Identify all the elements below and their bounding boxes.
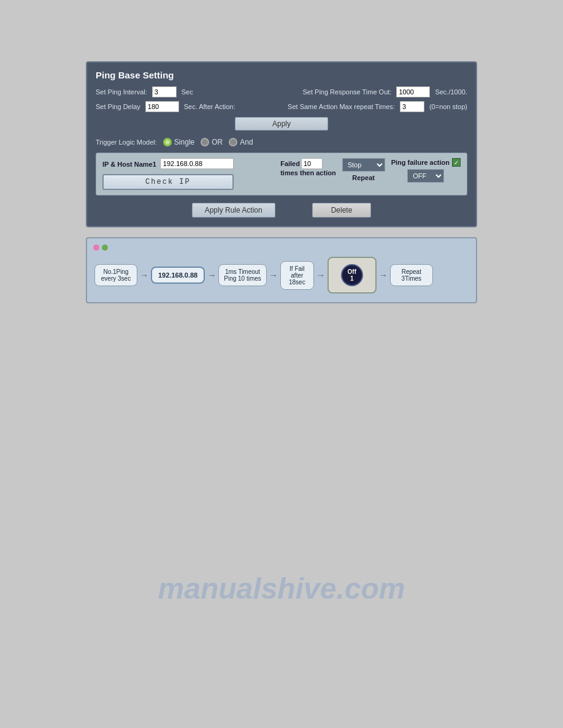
stop-select[interactable]: Stop Restart [342, 158, 385, 172]
arrow-2: → [207, 270, 216, 280]
panel-title: Ping Base Setting [96, 70, 467, 80]
response-timeout-input[interactable] [396, 86, 430, 97]
delay-input[interactable] [145, 101, 179, 112]
trigger-and-option[interactable]: And [229, 138, 253, 146]
flow-node-action: Off 1 [327, 257, 377, 294]
arrow-5: → [379, 270, 388, 280]
ping-node-line2: every 3sec [100, 275, 132, 282]
interval-unit: Sec [182, 88, 193, 96]
ping-failure-section: Ping failure action ✓ OFF ON [391, 158, 461, 183]
flow-node-timeout: 1ms Timeout Ping 10 times [218, 264, 267, 286]
delay-unit: Sec. After Action: [184, 103, 236, 110]
ip-host-section: IP & Host Name1 Check IP Failed times th… [96, 153, 467, 195]
same-action-input[interactable] [400, 101, 424, 112]
if-fail-line2: after [286, 272, 308, 279]
settings-row-2: Set Ping Delay Sec. After Action: Set Sa… [96, 101, 467, 112]
timeout-line2: Ping 10 times [224, 275, 261, 282]
same-action-unit: (0=non stop) [429, 103, 467, 110]
ip-row-main: IP & Host Name1 [102, 158, 234, 169]
delete-button[interactable]: Delete [312, 203, 372, 218]
ping-failure-checkbox[interactable]: ✓ [452, 158, 461, 167]
response-timeout-label: Set Ping Response Time Out: [302, 88, 391, 96]
action-row: Apply Rule Action Delete [96, 203, 467, 218]
off-number: 1 [350, 275, 354, 282]
single-label: Single [174, 138, 194, 146]
off-circle: Off 1 [341, 264, 363, 286]
flow-node-repeat: Repeat 3Times [390, 264, 433, 286]
repeat-label: Repeat [352, 174, 375, 181]
flow-nodes: No.1Ping every 3sec → 192.168.0.88 → 1ms… [94, 257, 469, 294]
timeout-line1: 1ms Timeout [224, 268, 261, 275]
failed-section: Failed times then action [280, 158, 335, 176]
interval-label: Set Ping Interval: [96, 88, 147, 96]
ip-label: IP & Host Name1 [102, 159, 156, 168]
failed-input[interactable] [301, 158, 323, 169]
ping-node-line1: No.1Ping [100, 268, 132, 275]
trigger-or-option[interactable]: OR [201, 138, 223, 146]
arrow-4: → [316, 270, 325, 280]
failed-label: Failed [280, 160, 300, 167]
apply-rule-action-button[interactable]: Apply Rule Action [192, 203, 275, 218]
interval-input[interactable] [152, 86, 177, 97]
dot-green [102, 245, 108, 251]
times-then-label: times then action [280, 169, 335, 176]
if-fail-line3: 18sec [286, 279, 308, 286]
if-fail-line1: If Fail [286, 265, 308, 272]
ping-base-panel: Ping Base Setting Set Ping Interval: Sec… [86, 61, 477, 227]
ip-left: IP & Host Name1 Check IP [102, 158, 234, 190]
single-radio[interactable] [163, 138, 172, 146]
repeat-line1: Repeat [396, 268, 427, 275]
flow-panel: No.1Ping every 3sec → 192.168.0.88 → 1ms… [86, 237, 477, 303]
flow-node-ping: No.1Ping every 3sec [94, 264, 137, 286]
dot-pink [93, 245, 99, 251]
trigger-label: Trigger Logic Model: [96, 138, 157, 146]
off-select[interactable]: OFF ON [407, 169, 444, 183]
check-ip-button[interactable]: Check IP [102, 174, 234, 190]
response-timeout-unit: Sec./1000. [435, 88, 467, 96]
arrow-1: → [140, 270, 148, 280]
and-label: And [240, 138, 253, 146]
apply-row: Apply [96, 117, 467, 131]
ping-failure-header: Ping failure action ✓ [391, 158, 461, 167]
trigger-row: Trigger Logic Model: Single OR And [96, 138, 467, 146]
failed-text-row: Failed [280, 158, 323, 169]
repeat-line2: 3Times [396, 275, 427, 282]
or-label: OR [212, 138, 223, 146]
flow-node-if-fail: If Fail after 18sec [280, 261, 314, 290]
ip-node-value: 192.168.0.88 [158, 271, 197, 279]
and-radio[interactable] [229, 138, 237, 146]
ping-failure-label: Ping failure action [391, 159, 450, 166]
settings-row-1: Set Ping Interval: Sec Set Ping Response… [96, 86, 467, 97]
ip-input[interactable] [160, 158, 234, 169]
watermark: manualshive.com [158, 572, 405, 605]
trigger-single-option[interactable]: Single [163, 138, 194, 146]
flow-node-ip: 192.168.0.88 [151, 267, 205, 284]
same-action-label: Set Same Action Max repeat Times: [288, 103, 395, 110]
delay-label: Set Ping Delay [96, 103, 140, 110]
flow-indicator [93, 245, 108, 251]
arrow-3: → [269, 270, 278, 280]
apply-button[interactable]: Apply [235, 117, 328, 131]
stop-repeat-section: Stop Restart Repeat [342, 158, 385, 181]
off-label: Off [348, 268, 356, 275]
or-radio[interactable] [201, 138, 209, 146]
